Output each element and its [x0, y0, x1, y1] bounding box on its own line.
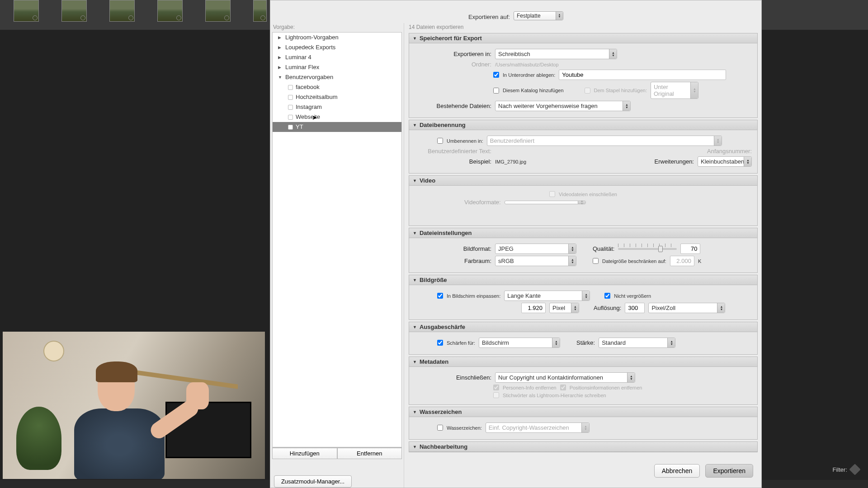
plugin-manager-button[interactable]: Zusatzmodul-Manager...	[274, 475, 352, 488]
preset-item-webseite[interactable]: Webseite	[273, 112, 401, 122]
dropdown-arrows-icon: ▲▼	[585, 293, 588, 299]
dropdown-arrows-icon: ▲▼	[612, 52, 615, 57]
export-button[interactable]: Exportieren	[705, 464, 753, 478]
checkbox-icon[interactable]	[288, 115, 293, 120]
dropdown-arrows-icon: ▲▼	[720, 305, 723, 311]
folder-path: /Users/matthiasbutz/Desktop	[495, 62, 559, 67]
export-in-dropdown[interactable]: Schreibtisch▲▼	[495, 49, 617, 59]
checkbox-icon[interactable]	[288, 105, 293, 110]
section-header-video[interactable]: ▼Video	[409, 176, 757, 186]
limit-checkbox[interactable]	[593, 258, 599, 264]
existing-dropdown[interactable]: Nach weiterer Vorgehensweise fragen▲▼	[495, 101, 631, 111]
startnum-label: Anfangsnummer:	[707, 148, 752, 155]
triangle-down-icon: ▼	[413, 123, 417, 127]
export-to-dropdown[interactable]: Festplatte ▲▼	[514, 11, 563, 20]
section-header-file[interactable]: ▼Dateieinstellungen	[409, 228, 757, 238]
section-header-watermark[interactable]: ▼Wasserzeichen	[409, 407, 757, 417]
webcam-overlay	[3, 332, 265, 479]
sharpen-for-label: Schärfen für:	[447, 340, 475, 346]
thumbnail[interactable]	[205, 0, 231, 22]
keywords-checkbox	[493, 392, 499, 398]
thumbnail[interactable]	[61, 0, 87, 22]
section-file: ▼Dateieinstellungen Bildformat: JPEG▲▼ Q…	[409, 228, 758, 273]
subfolder-label: In Unterordner ablegen:	[503, 72, 555, 78]
triangle-down-icon: ▼	[413, 36, 417, 41]
folder-label: Ordner:	[415, 61, 491, 68]
add-catalog-label: Diesem Katalog hinzufügen	[503, 88, 564, 93]
slider-knob-icon[interactable]	[658, 246, 663, 252]
sharpen-for-dropdown[interactable]: Bildschirm▲▼	[479, 338, 560, 348]
preset-item-hochzeitsalbum[interactable]: Hochzeitsalbum	[273, 92, 401, 102]
subfolder-checkbox[interactable]	[493, 72, 499, 78]
preset-item-yt[interactable]: YT	[273, 122, 401, 132]
preset-group[interactable]: ▶Luminar 4	[273, 52, 401, 62]
resolution-unit-dropdown[interactable]: Pixel/Zoll▲▼	[648, 303, 725, 313]
section-header-sharpen[interactable]: ▼Ausgabeschärfe	[409, 322, 757, 332]
preset-group[interactable]: ▶Luminar Flex	[273, 62, 401, 72]
cancel-button[interactable]: Abbrechen	[654, 464, 700, 478]
triangle-down-icon: ▼	[413, 231, 417, 235]
section-header-naming[interactable]: ▼Dateibenennung	[409, 120, 757, 130]
section-header-postprocess[interactable]: ▼Nachbearbeitung	[409, 442, 757, 452]
example-label: Beispiel:	[415, 158, 491, 165]
resolution-input[interactable]	[625, 303, 645, 313]
preset-item-facebook[interactable]: facebook	[273, 82, 401, 92]
dropdown-arrows-icon: ▲▼	[556, 12, 563, 20]
keywords-label: Stichwörter als Lightroom-Hierarchie sch…	[503, 393, 606, 398]
subfolder-input[interactable]	[559, 70, 726, 80]
video-format-dropdown: ▲▼	[505, 201, 586, 204]
dimension-unit-dropdown[interactable]: Pixel▲▼	[549, 303, 579, 313]
thumbnail[interactable]	[157, 0, 183, 22]
presets-label: Vorgabe:	[270, 23, 404, 31]
sharpen-amount-dropdown[interactable]: Standard▲▼	[599, 338, 675, 348]
checkbox-icon[interactable]	[288, 85, 293, 90]
section-header-size[interactable]: ▼Bildgröße	[409, 275, 757, 285]
colorspace-dropdown[interactable]: sRGB▲▼	[495, 256, 576, 266]
sharpen-checkbox[interactable]	[437, 340, 443, 346]
triangle-down-icon: ▼	[413, 178, 417, 183]
wall-clock-icon	[43, 341, 64, 361]
noenlarge-checkbox[interactable]	[604, 293, 610, 299]
presets-tree[interactable]: ▶Lightroom-Vorgaben ▶Loupedeck Exports ▶…	[272, 32, 402, 447]
example-value: IMG_2790.jpg	[495, 159, 526, 164]
export-in-label: Exportieren in:	[415, 51, 491, 57]
add-catalog-checkbox[interactable]	[493, 88, 499, 94]
filter-flag-icon[interactable]	[849, 464, 860, 475]
position-label: Positionsinformationen entfernen	[570, 385, 642, 390]
add-preset-button[interactable]: Hinzufügen	[272, 448, 337, 459]
section-postprocess: ▼Nachbearbeitung	[409, 441, 758, 452]
preset-group-user[interactable]: ▼Benutzervorgaben	[273, 72, 401, 82]
resolution-label: Auflösung:	[594, 305, 621, 311]
dropdown-arrows-icon: ▲▼	[574, 305, 577, 311]
video-format-label: Videoformate:	[464, 199, 501, 206]
remove-preset-button[interactable]: Entfernen	[337, 448, 402, 459]
preset-item-instagram[interactable]: Instagram	[273, 102, 401, 112]
dropdown-arrows-icon: ▲▼	[555, 340, 558, 346]
rename-label: Umbenennen in:	[447, 138, 483, 144]
format-dropdown[interactable]: JPEG▲▼	[495, 244, 576, 254]
quality-input[interactable]	[680, 244, 700, 254]
dropdown-arrows-icon: ▲▼	[571, 246, 574, 252]
dimension-input[interactable]	[521, 303, 546, 313]
watermark-checkbox[interactable]	[437, 425, 443, 431]
preset-group[interactable]: ▶Loupedeck Exports	[273, 42, 401, 52]
limit-label: Dateigröße beschränken auf:	[602, 258, 666, 264]
section-header-metadata[interactable]: ▼Metadaten	[409, 357, 757, 367]
person-label: Personen-Info entfernen	[503, 385, 557, 390]
fit-dropdown[interactable]: Lange Kante▲▼	[504, 291, 590, 301]
rename-checkbox[interactable]	[437, 138, 443, 144]
thumbnail[interactable]	[14, 0, 39, 22]
checkbox-icon[interactable]	[288, 125, 293, 130]
thumbnail[interactable]	[109, 0, 135, 22]
quality-slider[interactable]	[618, 248, 677, 250]
meta-include-dropdown[interactable]: Nur Copyright und Kontaktinformationen▲▼	[495, 372, 635, 383]
checkbox-icon[interactable]	[288, 95, 293, 100]
preset-group[interactable]: ▶Lightroom-Vorgaben	[273, 33, 401, 42]
limit-input	[670, 256, 694, 266]
thumbnail[interactable]	[253, 0, 267, 22]
fit-checkbox[interactable]	[437, 293, 443, 299]
section-header-location[interactable]: ▼Speicherort für Export	[409, 33, 757, 43]
ext-dropdown[interactable]: Kleinbuchstaben▲▼	[698, 156, 752, 167]
section-watermark: ▼Wasserzeichen Wasserzeichen: Einf. Copy…	[409, 407, 758, 440]
section-metadata: ▼Metadaten Einschließen: Nur Copyright u…	[409, 357, 758, 405]
